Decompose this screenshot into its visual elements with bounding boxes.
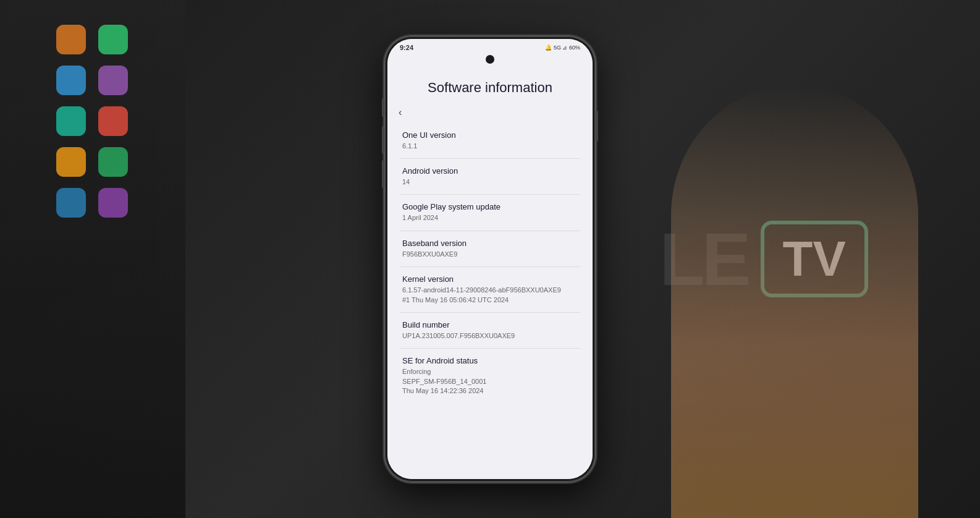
app-icon xyxy=(56,188,86,218)
notification-icon: 🔔 xyxy=(545,45,552,51)
status-bar: 9:24 🔔 5G ⊿ 60% xyxy=(387,39,593,54)
info-label: Google Play system update xyxy=(402,202,578,211)
page-title: Software information xyxy=(402,79,578,97)
info-value: UP1A.231005.007.F956BXXU0AXE9 xyxy=(402,331,578,341)
back-row: ‹ xyxy=(387,103,593,123)
info-item: SE for Android statusEnforcing SEPF_SM-F… xyxy=(400,349,580,403)
phone-frame: 9:24 🔔 5G ⊿ 60% Software information ‹ xyxy=(385,36,595,482)
app-icon xyxy=(56,25,86,54)
info-label: SE for Android status xyxy=(402,356,578,365)
volume-up-button xyxy=(382,126,384,154)
info-label: Android version xyxy=(402,166,578,176)
page-title-area: Software information xyxy=(387,66,593,103)
camera-area xyxy=(387,54,593,66)
info-value: 6.1.1 xyxy=(402,142,578,151)
power-button xyxy=(596,111,598,142)
app-icon xyxy=(98,147,128,177)
info-label: Kernel version xyxy=(402,274,578,284)
info-item: Build numberUP1A.231005.007.F956BXXU0AXE… xyxy=(400,313,580,349)
phone-screen: 9:24 🔔 5G ⊿ 60% Software information ‹ xyxy=(387,39,593,479)
info-item: Android version14 xyxy=(400,159,580,195)
info-label: Build number xyxy=(402,320,578,329)
app-icon xyxy=(56,147,86,177)
back-button[interactable]: ‹ xyxy=(399,107,402,118)
info-value: F956BXXU0AXE9 xyxy=(402,250,578,259)
desktop-background xyxy=(0,0,185,518)
info-value: Enforcing SEPF_SM-F956B_14_0001 Thu May … xyxy=(402,367,578,396)
app-icon xyxy=(56,106,86,136)
app-icon xyxy=(98,106,128,136)
status-time: 9:24 xyxy=(400,44,413,51)
app-icon xyxy=(98,188,128,218)
hand-background xyxy=(671,85,918,518)
info-value: 1 April 2024 xyxy=(402,213,578,223)
info-value: 14 xyxy=(402,177,578,187)
front-camera xyxy=(486,55,494,64)
bixby-button xyxy=(382,98,384,117)
screen-content[interactable]: Software information ‹ One UI version6.1… xyxy=(387,66,593,479)
info-label: One UI version xyxy=(402,130,578,140)
app-icons xyxy=(50,19,135,224)
info-list: One UI version6.1.1Android version14Goog… xyxy=(387,123,593,404)
info-item: Kernel version6.1.57-android14-11-290082… xyxy=(400,267,580,313)
app-icon xyxy=(56,66,86,95)
info-value: 6.1.57-android14-11-29008246-abF956BXXU0… xyxy=(402,286,578,305)
app-icon xyxy=(98,25,128,54)
info-label: Baseband version xyxy=(402,239,578,248)
volume-down-button xyxy=(382,160,384,188)
app-icon xyxy=(98,66,128,95)
phone-container: 9:24 🔔 5G ⊿ 60% Software information ‹ xyxy=(385,36,595,482)
status-icons: 🔔 5G ⊿ 60% xyxy=(545,45,580,51)
info-item: Baseband versionF956BXXU0AXE9 xyxy=(400,231,580,267)
signal-icons: 5G ⊿ 60% xyxy=(554,45,580,51)
info-item: One UI version6.1.1 xyxy=(400,123,580,159)
info-item: Google Play system update1 April 2024 xyxy=(400,195,580,231)
